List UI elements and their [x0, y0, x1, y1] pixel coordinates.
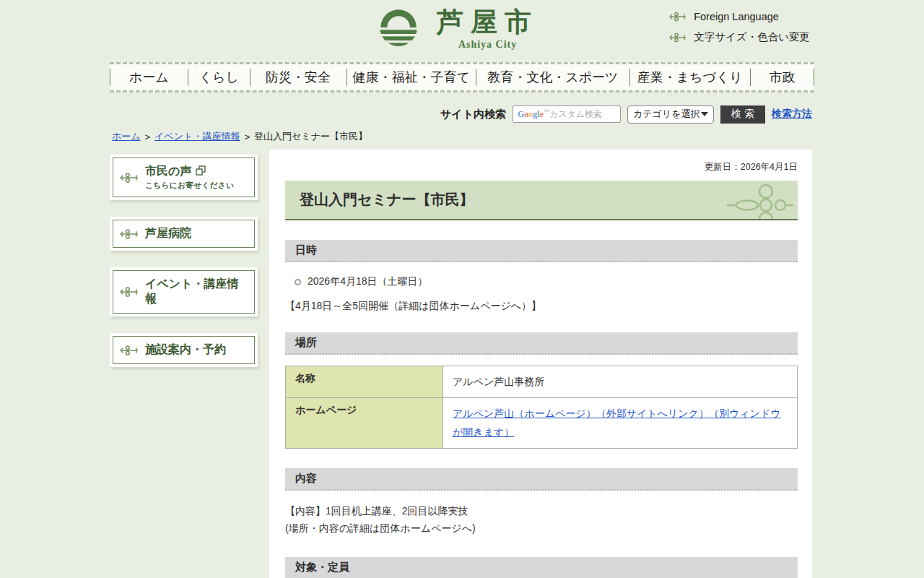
sidebar-item-label: 芦屋病院: [145, 226, 191, 241]
breadcrumb: ホーム > イベント・講座情報 > 登山入門セミナー【市民】: [112, 130, 924, 143]
section-bar-details: 内容: [285, 468, 798, 491]
search-bar: サイト内検索 Google™カスタム検索 カテゴリを選択 検 索 検索方法: [0, 105, 924, 124]
city-logo-icon: [379, 8, 418, 50]
sidebar-item-event-info[interactable]: イベント・講座情報: [110, 267, 258, 316]
sidebar: 市民の声 こちらにお寄せください: [110, 150, 258, 367]
site-header: 芦屋市 Ashiya City Foreign Language: [0, 0, 924, 62]
datetime-value: 2026年4月18日（土曜日）: [308, 275, 428, 288]
breadcrumb-current-page: 登山入門セミナー【市民】: [254, 130, 367, 143]
page-title-bar: 登山入門セミナー【市民】: [285, 181, 798, 220]
decorative-branch-icon: [120, 344, 139, 357]
search-label: サイト内検索: [440, 108, 506, 121]
section-bar-place: 場所: [285, 332, 798, 355]
breadcrumb-events-link[interactable]: イベント・講座情報: [154, 130, 240, 143]
nav-item-kenko[interactable]: 健康・福祉・子育て: [346, 64, 476, 90]
font-size-color-link[interactable]: 文字サイズ・色合い変更: [669, 30, 810, 44]
sidebar-item-label: イベント・講座情報: [145, 277, 248, 307]
section-bar-target: 対象・定員: [285, 557, 798, 578]
foreign-language-link[interactable]: Foreign Language: [669, 11, 810, 22]
table-row: 名称 アルペン芦山事務所: [286, 366, 798, 398]
sidebar-item-sub: こちらにお寄せください: [145, 181, 234, 191]
place-name-header: 名称: [286, 366, 443, 398]
place-name-value: アルペン芦山事務所: [443, 366, 798, 398]
breadcrumb-home-link[interactable]: ホーム: [112, 130, 141, 143]
table-row: ホームページ アルペン芦山（ホームページ）（外部サイトへリンク）（別ウィンドウが…: [286, 397, 798, 448]
sidebar-item-ashiya-hospital[interactable]: 芦屋病院: [110, 217, 258, 251]
decorative-branch-icon: [669, 32, 687, 43]
site-subtitle: Ashiya City: [437, 39, 539, 51]
category-select[interactable]: カテゴリを選択: [627, 105, 714, 124]
search-box: Google™カスタム検索: [513, 105, 621, 123]
page: 芦屋市 Ashiya City Foreign Language: [0, 0, 924, 578]
ring-bullet-icon: [295, 279, 301, 285]
decorative-branch-icon: [120, 228, 139, 241]
foreign-language-label: Foreign Language: [694, 11, 779, 22]
nav-item-kyoiku[interactable]: 教育・文化・スポーツ: [476, 64, 629, 90]
flourish-ornament-icon: [724, 184, 793, 220]
nav-item-sangyo[interactable]: 産業・まちづくり: [629, 64, 750, 90]
decorative-branch-icon: [120, 171, 139, 184]
external-window-icon: [196, 165, 206, 178]
search-input[interactable]: [513, 105, 621, 123]
nav-item-bosai[interactable]: 防災・安全: [250, 64, 346, 90]
updated-date: 更新日：2026年4月1日: [285, 161, 798, 173]
sidebar-item-facility-reservation[interactable]: 施設案内・予約: [110, 333, 258, 367]
section-heading: 内容: [295, 472, 317, 486]
category-select-value: カテゴリを選択: [633, 108, 700, 121]
section-heading: 日時: [295, 243, 317, 257]
details-text: 【内容】1回目机上講座、2回目以降実技 (場所・内容の詳細は団体ホームページへ): [285, 502, 798, 538]
search-button[interactable]: 検 索: [720, 105, 765, 124]
site-logo[interactable]: 芦屋市 Ashiya City: [379, 8, 539, 51]
place-table: 名称 アルペン芦山事務所 ホームページ アルペン芦山（ホームページ）（外部サイト…: [285, 366, 798, 449]
main-nav: ホーム くらし 防災・安全 健康・福祉・子育て 教育・文化・スポーツ 産業・まち…: [110, 62, 814, 92]
nav-item-shisei[interactable]: 市政: [750, 64, 814, 90]
datetime-note: 【4月18日～全5回開催（詳細は団体ホームページへ）】: [285, 300, 798, 313]
page-title: 登山入門セミナー【市民】: [300, 190, 474, 210]
details-line-2: (場所・内容の詳細は団体ホームページへ): [285, 519, 798, 538]
nav-item-kurashi[interactable]: くらし: [188, 64, 250, 90]
nav-item-home[interactable]: ホーム: [110, 64, 188, 90]
main-row: 市民の声 こちらにお寄せください: [0, 150, 924, 578]
sidebar-item-label: 施設案内・予約: [145, 342, 226, 358]
search-help-link[interactable]: 検索方法: [772, 108, 812, 121]
decorative-branch-icon: [669, 11, 687, 22]
section-heading: 対象・定員: [295, 561, 349, 574]
font-size-color-label: 文字サイズ・色合い変更: [694, 30, 810, 44]
sidebar-item-label: 市民の声: [145, 164, 191, 179]
utility-links: Foreign Language 文字サイズ・色合い変更: [669, 11, 810, 44]
details-line-1: 【内容】1回目机上講座、2回目以降実技: [285, 502, 798, 520]
place-homepage-cell: アルペン芦山（ホームページ）（外部サイトへリンク）（別ウィンドウが開きます）: [443, 397, 798, 448]
external-homepage-link[interactable]: アルペン芦山（ホームページ）（外部サイトへリンク）（別ウィンドウが開きます）: [453, 407, 781, 439]
sidebar-item-citizen-voice[interactable]: 市民の声 こちらにお寄せください: [110, 155, 258, 200]
datetime-list-item: 2026年4月18日（土曜日）: [295, 275, 798, 288]
place-homepage-header: ホームページ: [286, 397, 443, 448]
site-title: 芦屋市: [437, 8, 539, 38]
chevron-down-icon: [701, 112, 708, 116]
breadcrumb-separator: >: [244, 131, 250, 142]
main-content: 更新日：2026年4月1日 登山入門セミナー【市民】 日時: [269, 150, 812, 578]
decorative-branch-icon: [120, 285, 139, 298]
breadcrumb-separator: >: [145, 131, 151, 142]
section-bar-datetime: 日時: [285, 240, 798, 262]
section-heading: 場所: [295, 336, 317, 350]
